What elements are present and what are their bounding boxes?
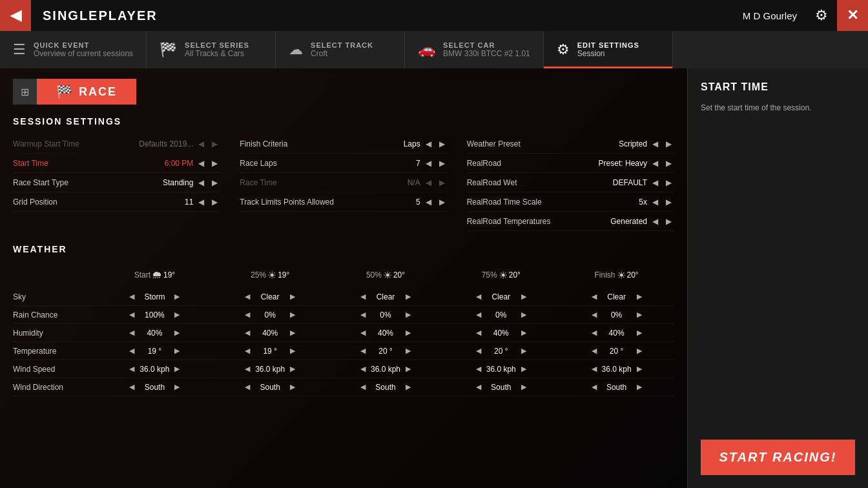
weather-next-50pct-1[interactable]: ▶ xyxy=(404,310,413,320)
weather-prev-75pct-5[interactable]: ◀ xyxy=(474,382,483,392)
weather-prev-finish-1[interactable]: ◀ xyxy=(590,310,599,320)
weather-next-finish-1[interactable]: ▶ xyxy=(635,310,644,320)
warmup-start-next[interactable]: ▶ xyxy=(209,138,220,150)
weather-col-75pct: 75%☀20°◀Clear▶◀0%▶◀40%▶◀20 °▶◀36.0 kph▶◀… xyxy=(443,262,559,396)
weather-prev-start-3[interactable]: ◀ xyxy=(127,346,136,356)
realroad-timescale-next[interactable]: ▶ xyxy=(663,196,674,208)
weather-next-start-1[interactable]: ▶ xyxy=(172,310,181,320)
finish-criteria-prev[interactable]: ◀ xyxy=(423,138,434,150)
weather-prev-25pct-1[interactable]: ◀ xyxy=(243,310,252,320)
tab-select-series[interactable]: 🏁 SELECT SERIES All Tracks & Cars xyxy=(147,31,276,68)
weather-prev-25pct-5[interactable]: ◀ xyxy=(243,382,252,392)
race-time-prev[interactable]: ◀ xyxy=(423,177,434,188)
weather-prev-50pct-5[interactable]: ◀ xyxy=(358,382,367,392)
weather-prev-25pct-0[interactable]: ◀ xyxy=(243,292,252,301)
grid-view-button[interactable]: ⊞ xyxy=(13,79,37,105)
weather-prev-25pct-3[interactable]: ◀ xyxy=(243,346,252,356)
weather-next-50pct-4[interactable]: ▶ xyxy=(404,364,413,374)
weather-next-finish-3[interactable]: ▶ xyxy=(635,346,644,356)
weather-next-75pct-3[interactable]: ▶ xyxy=(519,346,528,356)
weather-next-25pct-4[interactable]: ▶ xyxy=(288,364,297,374)
weather-next-75pct-1[interactable]: ▶ xyxy=(519,310,528,320)
weather-next-50pct-3[interactable]: ▶ xyxy=(404,346,413,356)
weather-prev-25pct-2[interactable]: ◀ xyxy=(243,328,252,338)
weather-next-start-5[interactable]: ▶ xyxy=(172,382,181,392)
weather-next-50pct-0[interactable]: ▶ xyxy=(404,292,413,301)
realroad-prev[interactable]: ◀ xyxy=(650,158,661,169)
weather-prev-start-5[interactable]: ◀ xyxy=(127,382,136,392)
weather-next-75pct-4[interactable]: ▶ xyxy=(519,364,528,374)
tab-edit-settings[interactable]: ⚙ EDIT SETTINGS Session xyxy=(544,31,673,68)
tab-select-track[interactable]: ☁ SELECT TRACK Croft xyxy=(276,31,405,68)
weather-preset-prev[interactable]: ◀ xyxy=(650,138,661,150)
close-button[interactable]: ✕ xyxy=(837,0,868,31)
weather-next-finish-2[interactable]: ▶ xyxy=(635,328,644,338)
weather-value-75pct-0: Clear xyxy=(485,292,517,301)
weather-next-start-0[interactable]: ▶ xyxy=(172,292,181,301)
weather-prev-50pct-1[interactable]: ◀ xyxy=(358,310,367,320)
realroad-temps-prev[interactable]: ◀ xyxy=(650,216,661,227)
weather-next-75pct-0[interactable]: ▶ xyxy=(519,292,528,301)
weather-next-start-2[interactable]: ▶ xyxy=(172,328,181,338)
weather-next-finish-5[interactable]: ▶ xyxy=(635,382,644,392)
realroad-next[interactable]: ▶ xyxy=(663,158,674,169)
start-time-next[interactable]: ▶ xyxy=(209,158,220,169)
weather-next-75pct-5[interactable]: ▶ xyxy=(519,382,528,392)
weather-next-25pct-1[interactable]: ▶ xyxy=(288,310,297,320)
weather-prev-75pct-4[interactable]: ◀ xyxy=(474,364,483,374)
weather-next-finish-0[interactable]: ▶ xyxy=(635,292,644,301)
race-start-type-next[interactable]: ▶ xyxy=(209,177,220,188)
grid-position-next[interactable]: ▶ xyxy=(209,196,220,208)
realroad-wet-prev[interactable]: ◀ xyxy=(650,177,661,188)
weather-prev-75pct-0[interactable]: ◀ xyxy=(474,292,483,301)
finish-criteria-next[interactable]: ▶ xyxy=(437,138,448,150)
weather-next-50pct-2[interactable]: ▶ xyxy=(404,328,413,338)
track-limits-next[interactable]: ▶ xyxy=(437,196,448,208)
race-laps-prev[interactable]: ◀ xyxy=(423,158,434,169)
grid-position-prev[interactable]: ◀ xyxy=(196,196,207,208)
track-limits-prev[interactable]: ◀ xyxy=(423,196,434,208)
tab-quick-event[interactable]: ☰ QUICK EVENT Overview of current sessio… xyxy=(0,31,147,68)
realroad-temps-label: RealRoad Temperatures xyxy=(467,217,551,226)
weather-prev-50pct-0[interactable]: ◀ xyxy=(358,292,367,301)
start-time-prev[interactable]: ◀ xyxy=(196,158,207,169)
weather-next-75pct-2[interactable]: ▶ xyxy=(519,328,528,338)
weather-next-finish-4[interactable]: ▶ xyxy=(635,364,644,374)
weather-prev-start-1[interactable]: ◀ xyxy=(127,310,136,320)
weather-prev-50pct-2[interactable]: ◀ xyxy=(358,328,367,338)
weather-prev-75pct-3[interactable]: ◀ xyxy=(474,346,483,356)
race-start-type-prev[interactable]: ◀ xyxy=(196,177,207,188)
weather-prev-finish-0[interactable]: ◀ xyxy=(590,292,599,301)
realroad-wet-next[interactable]: ▶ xyxy=(663,177,674,188)
weather-prev-75pct-2[interactable]: ◀ xyxy=(474,328,483,338)
warmup-start-prev[interactable]: ◀ xyxy=(196,138,207,150)
weather-prev-75pct-1[interactable]: ◀ xyxy=(474,310,483,320)
back-button[interactable]: ◀ xyxy=(0,0,31,31)
weather-prev-finish-2[interactable]: ◀ xyxy=(590,328,599,338)
weather-prev-finish-3[interactable]: ◀ xyxy=(590,346,599,356)
realroad-temps-next[interactable]: ▶ xyxy=(663,216,674,227)
race-laps-next[interactable]: ▶ xyxy=(437,158,448,169)
weather-prev-start-4[interactable]: ◀ xyxy=(127,364,136,374)
weather-next-25pct-3[interactable]: ▶ xyxy=(288,346,297,356)
weather-preset-next[interactable]: ▶ xyxy=(663,138,674,150)
weather-next-25pct-0[interactable]: ▶ xyxy=(288,292,297,301)
race-time-next[interactable]: ▶ xyxy=(437,177,448,188)
weather-next-start-3[interactable]: ▶ xyxy=(172,346,181,356)
race-tab-button[interactable]: 🏁 RACE xyxy=(37,79,136,105)
weather-next-25pct-2[interactable]: ▶ xyxy=(288,328,297,338)
weather-prev-25pct-4[interactable]: ◀ xyxy=(243,364,252,374)
weather-prev-50pct-4[interactable]: ◀ xyxy=(358,364,367,374)
weather-prev-50pct-3[interactable]: ◀ xyxy=(358,346,367,356)
weather-prev-start-2[interactable]: ◀ xyxy=(127,328,136,338)
start-racing-button[interactable]: START RACING! xyxy=(701,440,855,475)
weather-prev-start-0[interactable]: ◀ xyxy=(127,292,136,301)
gear-button[interactable]: ⚙ xyxy=(806,0,837,31)
weather-prev-finish-4[interactable]: ◀ xyxy=(590,364,599,374)
weather-prev-finish-5[interactable]: ◀ xyxy=(590,382,599,392)
realroad-timescale-prev[interactable]: ◀ xyxy=(650,196,661,208)
tab-select-car[interactable]: 🚗 SELECT CAR BMW 330i BTCC #2 1.01 xyxy=(405,31,544,68)
weather-next-50pct-5[interactable]: ▶ xyxy=(404,382,413,392)
weather-next-start-4[interactable]: ▶ xyxy=(172,364,181,374)
weather-next-25pct-5[interactable]: ▶ xyxy=(288,382,297,392)
